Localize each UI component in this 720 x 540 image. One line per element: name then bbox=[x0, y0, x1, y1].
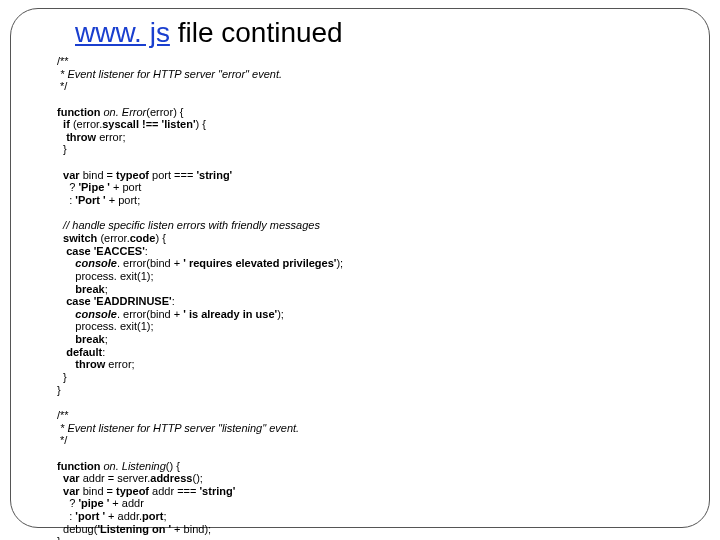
kw-break: break bbox=[57, 333, 105, 345]
code-text: } bbox=[57, 384, 61, 396]
code-text: (error. bbox=[70, 118, 102, 130]
code-text: (); bbox=[192, 472, 202, 484]
code-block: /** * Event listener for HTTP server "er… bbox=[57, 55, 691, 540]
kw-var: var bbox=[57, 169, 80, 181]
kw-default: default bbox=[57, 346, 102, 358]
kw-switch: switch bbox=[57, 232, 97, 244]
code-text: + addr. bbox=[105, 510, 142, 522]
comment-line: /** bbox=[57, 55, 69, 67]
code-text: debug( bbox=[57, 523, 97, 535]
code-text: + bind); bbox=[171, 523, 211, 535]
fn-name: on. Error bbox=[100, 106, 146, 118]
str: 'pipe ' bbox=[78, 497, 109, 509]
kw-typeof: typeof bbox=[116, 485, 149, 497]
str: 'Port ' bbox=[75, 194, 105, 206]
code-text: addr = server. bbox=[80, 472, 151, 484]
slide-title: www. js file continued bbox=[75, 17, 691, 49]
kw-throw: throw bbox=[57, 131, 96, 143]
code-text: () { bbox=[166, 460, 180, 472]
str: 'port ' bbox=[75, 510, 105, 522]
code-text: code bbox=[130, 232, 156, 244]
kw-if: if bbox=[57, 118, 70, 130]
kw-var: var bbox=[57, 472, 80, 484]
kw-break: break bbox=[57, 283, 105, 295]
code-text: } bbox=[57, 143, 67, 155]
kw-function: function bbox=[57, 106, 100, 118]
code-text: error; bbox=[105, 358, 134, 370]
code-text: process. exit(1); bbox=[57, 270, 154, 282]
code-text: : bbox=[57, 194, 75, 206]
code-text: port === bbox=[149, 169, 196, 181]
code-text: ); bbox=[336, 257, 343, 269]
code-text: ) { bbox=[196, 118, 206, 130]
code-text: ; bbox=[163, 510, 166, 522]
code-text: port bbox=[142, 510, 163, 522]
code-text: . error(bind + bbox=[117, 257, 183, 269]
code-text: syscall !== 'listen' bbox=[102, 118, 195, 130]
str: 'Listening on ' bbox=[97, 523, 171, 535]
code-text: . error(bind + bbox=[117, 308, 183, 320]
comment-line: */ bbox=[57, 434, 67, 446]
code-text: + addr bbox=[109, 497, 144, 509]
code-text: + port; bbox=[106, 194, 141, 206]
code-text: ? bbox=[57, 497, 78, 509]
code-text: address bbox=[150, 472, 192, 484]
comment-line: /** bbox=[57, 409, 69, 421]
kw-var: var bbox=[57, 485, 80, 497]
comment-line: // handle specific listen errors with fr… bbox=[57, 219, 320, 231]
code-text: addr === bbox=[149, 485, 199, 497]
kw-case: case 'EADDRINUSE' bbox=[57, 295, 172, 307]
slide-frame: www. js file continued /** * Event liste… bbox=[10, 8, 710, 528]
code-text: error; bbox=[96, 131, 125, 143]
title-link[interactable]: www. js bbox=[75, 17, 170, 48]
comment-line: */ bbox=[57, 80, 67, 92]
code-text: } bbox=[57, 371, 67, 383]
code-text: (error. bbox=[97, 232, 129, 244]
kw-function: function bbox=[57, 460, 100, 472]
code-text: ; bbox=[105, 283, 108, 295]
console: console bbox=[57, 308, 117, 320]
comment-line: * Event listener for HTTP server "error"… bbox=[57, 68, 282, 80]
code-text: (error) { bbox=[146, 106, 183, 118]
code-text: bind = bbox=[80, 485, 116, 497]
str: 'string' bbox=[196, 169, 232, 181]
code-text: ); bbox=[277, 308, 284, 320]
code-text: : bbox=[57, 510, 75, 522]
title-rest: file continued bbox=[170, 17, 343, 48]
code-text: bind = bbox=[80, 169, 116, 181]
code-text: : bbox=[145, 245, 148, 257]
code-text: ) { bbox=[155, 232, 165, 244]
code-text: ; bbox=[105, 333, 108, 345]
fn-name: on. Listening bbox=[100, 460, 165, 472]
kw-throw: throw bbox=[57, 358, 105, 370]
kw-case: case 'EACCES' bbox=[57, 245, 145, 257]
str: ' requires elevated privileges' bbox=[183, 257, 336, 269]
code-text: : bbox=[172, 295, 175, 307]
str: 'string' bbox=[200, 485, 236, 497]
code-text: process. exit(1); bbox=[57, 320, 154, 332]
code-text: + port bbox=[110, 181, 142, 193]
console: console bbox=[57, 257, 117, 269]
comment-line: * Event listener for HTTP server "listen… bbox=[57, 422, 299, 434]
code-text: } bbox=[57, 535, 61, 540]
str: ' is already in use' bbox=[183, 308, 277, 320]
str: 'Pipe ' bbox=[78, 181, 110, 193]
kw-typeof: typeof bbox=[116, 169, 149, 181]
code-text: ? bbox=[57, 181, 78, 193]
code-text: : bbox=[102, 346, 105, 358]
